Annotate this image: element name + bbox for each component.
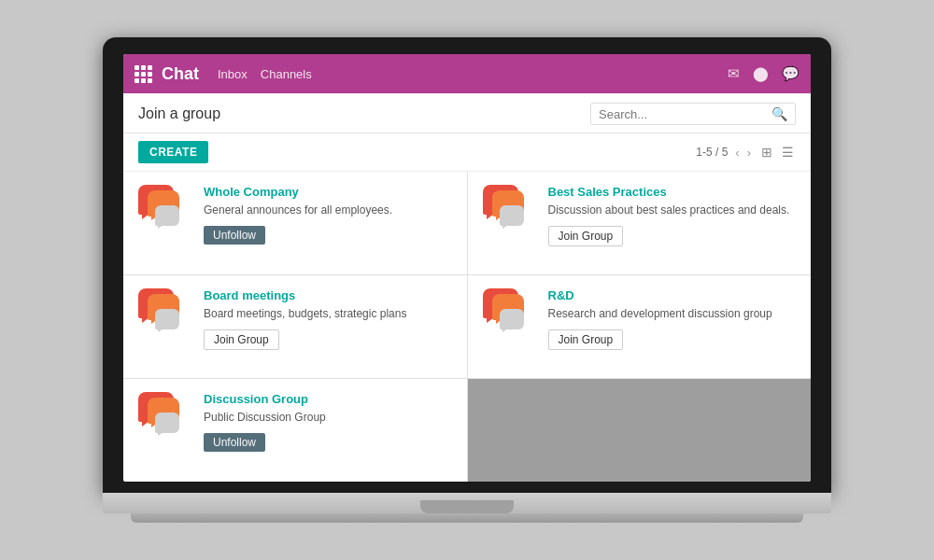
groups-grid: Whole Company General announces for all …: [123, 172, 811, 482]
list-view-icon[interactable]: ☰: [779, 144, 796, 161]
group-info-discussion: Discussion Group Public Discussion Group…: [204, 392, 452, 452]
group-name-discussion[interactable]: Discussion Group: [204, 392, 452, 406]
group-icon-board-meetings: [138, 288, 191, 341]
group-card-rd: R&D Research and development discussion …: [468, 275, 812, 378]
laptop-container: Chat Inbox Channels ✉ ⬤ 💬 Join a group 🔍: [103, 37, 831, 523]
group-info-rd: R&D Research and development discussion …: [548, 288, 797, 350]
join-button-rd[interactable]: Join Group: [548, 329, 624, 350]
laptop-base: [103, 493, 831, 513]
group-desc-board-meetings: Board meetings, budgets, strategic plans: [204, 306, 452, 322]
group-icon-discussion: [138, 392, 191, 444]
group-info-board-meetings: Board meetings Board meetings, budgets, …: [204, 288, 452, 350]
next-arrow[interactable]: ›: [747, 146, 751, 160]
join-button-board-meetings[interactable]: Join Group: [204, 329, 279, 350]
grid-view-icon[interactable]: ⊞: [758, 144, 775, 161]
group-card-board-meetings: Board meetings Board meetings, budgets, …: [123, 275, 467, 378]
create-button[interactable]: CREATE: [138, 141, 208, 163]
group-icon-whole-company: [138, 185, 191, 237]
group-info-whole-company: Whole Company General announces for all …: [204, 185, 452, 245]
unfollow-button-discussion[interactable]: Unfollow: [204, 433, 265, 452]
group-icon-best-sales: [483, 185, 535, 237]
search-icon: 🔍: [771, 106, 787, 121]
pagination-text: 1-5 / 5: [696, 146, 728, 159]
search-box[interactable]: 🔍: [590, 103, 796, 125]
page-title: Join a group: [138, 105, 220, 122]
screen-bezel: Chat Inbox Channels ✉ ⬤ 💬 Join a group 🔍: [103, 37, 831, 493]
group-desc-best-sales: Discussion about best sales practices an…: [548, 203, 797, 218]
nav-channels[interactable]: Channels: [261, 67, 312, 81]
nav-inbox[interactable]: Inbox: [218, 67, 248, 81]
content-header: Join a group 🔍: [123, 93, 811, 133]
group-desc-whole-company: General announces for all employees.: [204, 203, 452, 218]
group-name-whole-company[interactable]: Whole Company: [204, 185, 452, 199]
group-name-best-sales[interactable]: Best Sales Practices: [548, 185, 797, 199]
laptop-notch: [420, 500, 514, 513]
search-input[interactable]: [599, 107, 771, 121]
join-button-best-sales[interactable]: Join Group: [548, 226, 624, 246]
group-info-best-sales: Best Sales Practices Discussion about be…: [548, 185, 797, 246]
group-desc-rd: Research and development discussion grou…: [548, 306, 797, 322]
group-desc-discussion: Public Discussion Group: [204, 410, 452, 426]
header-nav: Inbox Channels: [218, 67, 312, 81]
group-card-discussion: Discussion Group Public Discussion Group…: [123, 379, 467, 482]
screen: Chat Inbox Channels ✉ ⬤ 💬 Join a group 🔍: [123, 54, 811, 482]
group-card-whole-company: Whole Company General announces for all …: [123, 172, 467, 274]
group-name-rd[interactable]: R&D: [548, 288, 797, 302]
laptop-foot: [131, 513, 803, 523]
group-icon-rd: [483, 288, 535, 341]
app-title: Chat: [162, 64, 199, 84]
header-actions: ✉ ⬤ 💬: [728, 65, 800, 82]
group-card-best-sales: Best Sales Practices Discussion about be…: [468, 172, 812, 274]
grid-icon[interactable]: [134, 65, 152, 83]
empty-cell: [468, 379, 812, 482]
toolbar-right: 1-5 / 5 ‹ › ⊞ ☰: [696, 144, 796, 161]
user-icon[interactable]: ⬤: [753, 65, 769, 82]
envelope-icon[interactable]: ✉: [728, 65, 740, 82]
app-header: Chat Inbox Channels ✉ ⬤ 💬: [123, 54, 811, 93]
unfollow-button-whole-company[interactable]: Unfollow: [204, 226, 265, 245]
prev-arrow[interactable]: ‹: [735, 146, 739, 160]
chat-icon[interactable]: 💬: [782, 65, 800, 82]
group-name-board-meetings[interactable]: Board meetings: [204, 288, 452, 302]
view-icons: ⊞ ☰: [758, 144, 796, 161]
toolbar: CREATE 1-5 / 5 ‹ › ⊞ ☰: [123, 133, 811, 172]
